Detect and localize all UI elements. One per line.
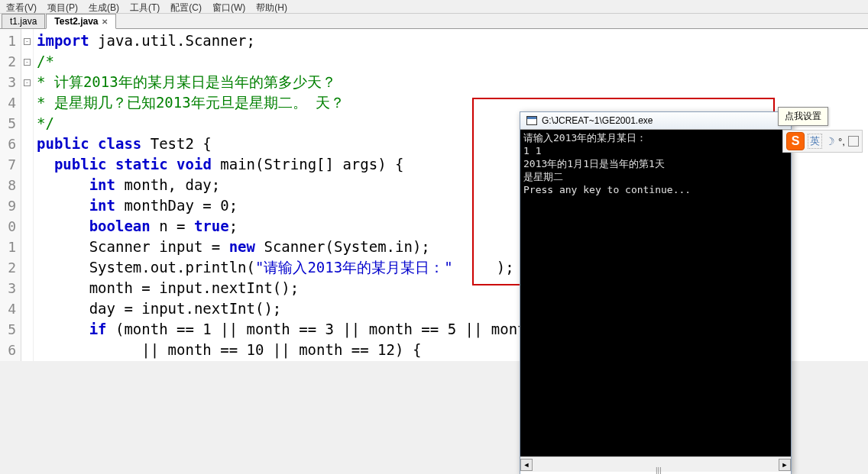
tab-bar: t1.java Test2.java✕ (0, 14, 868, 29)
menu-project[interactable]: 项目(P) (47, 2, 78, 11)
console-window: G:\JCREAT~1\GE2001.exe 请输入2013年的某月某日： 1 … (520, 111, 792, 474)
menu-window[interactable]: 窗口(W) (212, 2, 245, 11)
moon-icon[interactable]: ☽ (825, 135, 835, 147)
menu-view[interactable]: 查看(V) (6, 2, 37, 11)
scrollbar[interactable]: ◄ ||| ► (520, 456, 791, 472)
comma-icon[interactable]: °, (838, 136, 845, 147)
keyboard-icon[interactable] (848, 136, 859, 147)
scroll-left-icon[interactable]: ◄ (520, 459, 533, 471)
scroll-thumb[interactable]: ||| (656, 466, 669, 475)
menu-help[interactable]: 帮助(H) (256, 2, 287, 11)
ime-language[interactable]: 英 (808, 134, 822, 149)
console-title-text: G:\JCREAT~1\GE2001.exe (542, 115, 653, 126)
console-title-bar[interactable]: G:\JCREAT~1\GE2001.exe (520, 112, 791, 130)
scroll-right-icon[interactable]: ► (779, 459, 791, 471)
menu-build[interactable]: 生成(B) (89, 2, 119, 11)
ime-toolbar[interactable]: S 英 ☽ °, (782, 130, 863, 153)
ime-logo-icon[interactable]: S (786, 132, 805, 150)
tab-file-2[interactable]: Test2.java✕ (46, 14, 115, 29)
menu-config[interactable]: 配置(C) (170, 2, 202, 11)
console-icon (526, 116, 537, 125)
tooltip[interactable]: 点我设置 (778, 107, 828, 126)
line-numbers: 1234567890123456 (0, 29, 21, 361)
fold-column: --- (21, 29, 34, 361)
tab-file-1[interactable]: t1.java (2, 14, 45, 28)
close-icon[interactable]: ✕ (102, 18, 108, 26)
menu-tools[interactable]: 工具(T) (130, 2, 160, 11)
menu-bar: 查看(V) 项目(P) 生成(B) 工具(T) 配置(C) 窗口(W) 帮助(H… (0, 0, 868, 14)
console-output[interactable]: 请输入2013年的某月某日： 1 1 2013年的1月1日是当年的第1天 是星期… (520, 130, 791, 456)
